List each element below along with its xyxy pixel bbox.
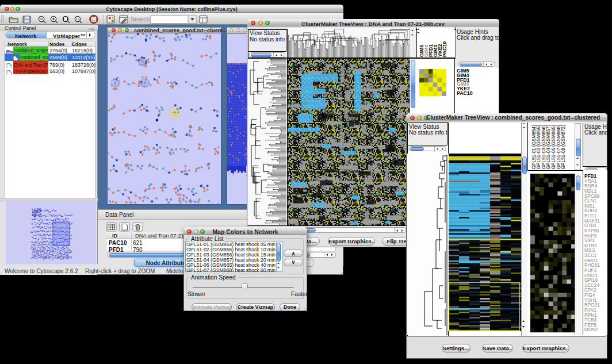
svg-text:1:1: 1:1 (76, 18, 80, 21)
svg-text:Search:: Search: (131, 16, 151, 22)
svg-text:GPL51-08 (GSM872): GPL51-08 (GSM872) (561, 124, 566, 169)
svg-text:PAC10: PAC10 (442, 41, 447, 56)
